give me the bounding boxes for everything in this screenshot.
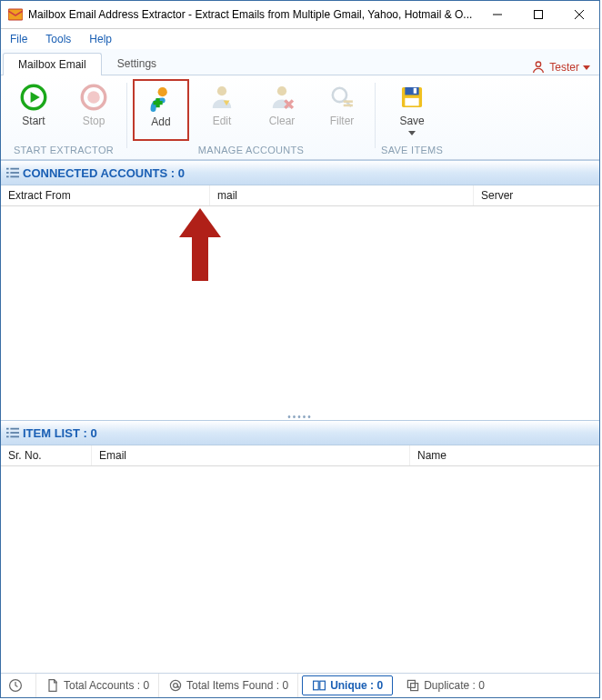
user-label: Tester [549,61,579,74]
status-unique-label: Unique : 0 [330,679,383,692]
group-extractor-title: START EXTRACTOR [14,143,114,159]
add-label: Add [151,115,170,128]
svg-rect-37 [10,432,19,434]
svg-point-41 [170,680,180,690]
filter-button[interactable]: Filter [315,79,369,139]
svg-rect-27 [6,168,9,170]
maximize-button[interactable] [517,1,558,28]
stop-button[interactable]: Stop [66,79,121,139]
svg-rect-0 [8,9,23,20]
play-icon [18,82,49,113]
tab-mailbox-email[interactable]: Mailbox Email [3,53,102,75]
start-button[interactable]: Start [6,79,61,139]
filter-label: Filter [330,115,355,127]
status-unique[interactable]: Unique : 0 [302,675,393,695]
svg-rect-30 [10,172,19,174]
svg-rect-24 [405,87,418,95]
group-save-title: SAVE ITEMS [381,143,443,159]
edit-button[interactable]: Edit [195,79,249,139]
statusbar: Total Accounts : 0 Total Items Found : 0… [1,673,599,697]
svg-rect-39 [10,436,19,438]
tab-bar: Mailbox Email Settings Tester [1,49,599,75]
connected-table-header: Extract From mail Server [1,185,599,206]
connected-accounts-header: CONNECTED ACCOUNTS : 0 [1,160,599,185]
stop-label: Stop [83,115,105,127]
status-history[interactable] [1,674,36,697]
close-button[interactable] [558,1,599,28]
user-icon [531,60,546,75]
clear-button[interactable]: Clear [255,79,309,139]
svg-rect-38 [6,436,9,438]
status-duplicate[interactable]: Duplicate : 0 [396,674,494,697]
minimize-button[interactable] [477,1,517,28]
ribbon: Start Stop START EXTRACTOR Add Edit Clea… [1,75,599,160]
svg-rect-43 [314,681,319,690]
menubar: File Tools Help [1,29,599,49]
svg-point-10 [87,91,100,104]
list-icon [6,427,19,438]
clear-user-icon [266,82,297,113]
splitter[interactable]: ••••• [1,413,599,420]
item-list-title: ITEM LIST : 0 [23,426,97,440]
clear-label: Clear [269,115,296,127]
svg-rect-26 [414,88,416,94]
titlebar: Mailbox Email Address Extractor - Extrac… [1,1,599,29]
edit-user-icon [206,82,237,113]
status-total-accounts-label: Total Accounts : 0 [64,679,149,692]
svg-rect-21 [344,100,353,103]
clock-icon [8,678,23,693]
svg-rect-22 [344,105,353,107]
menu-tools[interactable]: Tools [40,31,76,47]
svg-rect-31 [6,176,9,178]
connected-accounts-title: CONNECTED ACCOUNTS : 0 [23,166,185,180]
svg-rect-45 [408,680,416,687]
col-sr-no[interactable]: Sr. No. [1,445,92,465]
window-title: Mailbox Email Address Extractor - Extrac… [28,8,477,21]
app-icon [8,7,23,22]
start-label: Start [22,115,45,127]
svg-point-11 [158,87,167,96]
stop-icon [78,82,109,113]
svg-marker-33 [179,208,221,281]
add-button[interactable]: Add [133,79,189,141]
add-user-icon [145,83,176,114]
svg-rect-34 [6,428,9,430]
unique-icon [312,678,326,693]
col-item-email[interactable]: Email [92,445,410,465]
svg-rect-25 [405,98,418,106]
save-button[interactable]: Save [385,79,439,139]
menu-help[interactable]: Help [84,31,117,47]
svg-point-19 [333,88,346,102]
save-icon [396,82,427,113]
chevron-down-icon [408,131,416,135]
tab-settings[interactable]: Settings [102,52,172,75]
ribbon-group-extractor: Start Stop START EXTRACTOR [1,79,126,159]
status-total-items-label: Total Items Found : 0 [186,679,288,692]
svg-marker-8 [31,92,40,103]
window-controls [477,1,599,28]
item-list-header: ITEM LIST : 0 [1,420,599,445]
status-duplicate-label: Duplicate : 0 [424,679,485,692]
ribbon-group-accounts: Add Edit Clear Filter MANAGE ACCOUNTS [127,79,375,159]
filter-icon [326,82,357,113]
col-name[interactable]: Name [410,445,599,465]
col-email[interactable]: mail [210,185,474,205]
at-icon [168,678,183,693]
svg-point-6 [537,62,541,66]
col-server[interactable]: Server [474,185,599,205]
document-icon [45,678,60,693]
ribbon-group-save: Save SAVE ITEMS [376,79,448,159]
group-accounts-title: MANAGE ACCOUNTS [198,143,304,159]
status-total-accounts: Total Accounts : 0 [36,674,159,697]
svg-rect-3 [534,11,542,19]
user-menu[interactable]: Tester [531,60,597,75]
list-icon [6,167,19,178]
app-window: { "titlebar": { "title": "Mailbox Email … [0,0,600,698]
col-extract-from[interactable]: Extract From [1,185,210,205]
menu-file[interactable]: File [5,31,33,47]
svg-rect-44 [320,681,326,690]
svg-point-14 [217,86,226,95]
callout-arrow-icon [177,208,223,281]
svg-point-16 [277,86,286,95]
svg-rect-28 [10,168,19,170]
